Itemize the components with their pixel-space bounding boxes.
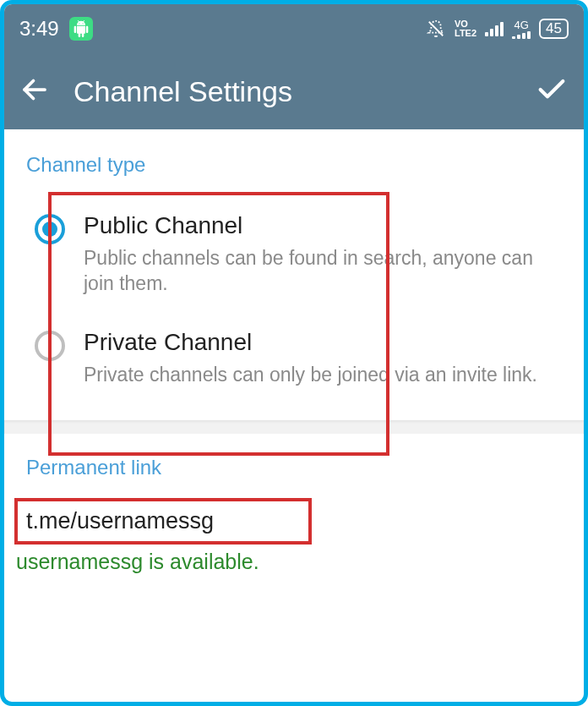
android-icon [69,17,93,41]
radio-public-label: Public Channel [84,212,570,239]
radio-selected-icon [35,214,65,244]
page-title: Channel Settings [74,75,511,108]
network-indicator: 4G [512,19,531,39]
back-icon[interactable] [19,74,50,108]
radio-public-content: Public Channel Public channels can be fo… [84,212,570,297]
permanent-link-highlight: t.me/usernamessg [14,498,312,545]
volte-indicator: VO LTE2 [455,19,476,38]
permanent-link-heading: Permanent link [4,456,584,498]
status-bar-right: VO LTE2 4G 45 [426,19,569,39]
username-availability-status: usernamessg is available. [4,550,584,574]
channel-type-radio-group: Public Channel Public channels can be fo… [4,192,584,420]
permanent-link-input[interactable]: t.me/usernamessg [26,508,214,534]
permanent-link-section: Permanent link t.me/usernamessg username… [4,434,584,574]
app-header: Channel Settings [4,53,584,129]
radio-public-description: Public channels can be found in search, … [84,246,557,297]
svg-line-0 [429,22,444,36]
section-divider [4,420,584,434]
channel-type-heading: Channel type [4,153,584,192]
radio-private-label: Private Channel [84,329,570,356]
mute-icon [426,19,446,38]
status-bar: 3:49 VO LTE2 4G 45 [4,4,584,53]
status-time: 3:49 [19,17,59,41]
radio-public-channel[interactable]: Public Channel Public channels can be fo… [24,204,584,320]
radio-unselected-icon [35,331,65,361]
radio-private-channel[interactable]: Private Channel Private channels can onl… [24,320,584,412]
radio-private-content: Private Channel Private channels can onl… [84,329,570,388]
battery-indicator: 45 [539,19,569,39]
status-bar-left: 3:49 [19,17,93,41]
confirm-icon[interactable] [535,73,569,110]
content-area: Channel type Public Channel Public chann… [4,129,584,574]
signal-icon [485,21,504,36]
radio-private-description: Private channels can only be joined via … [84,363,557,388]
